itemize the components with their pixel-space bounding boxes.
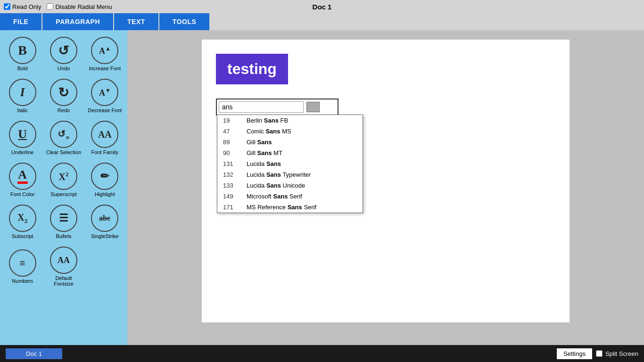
font-family-icon: AA	[91, 121, 118, 148]
split-screen-text: Split Screen	[605, 350, 638, 357]
tool-decrease-font-label: Decrease Font	[88, 107, 122, 113]
bottom-bar: Doc 1 Settings Split Screen	[0, 345, 644, 362]
tab-text[interactable]: TEXT	[114, 13, 158, 30]
italic-icon: I	[9, 79, 36, 106]
subscript-icon: X2	[9, 205, 36, 232]
tool-redo[interactable]: ↻ Redo	[45, 77, 82, 115]
tab-bar: FILE PARAGRAPH TEXT TOOLS	[0, 13, 644, 30]
font-search-container: 19 Berlin Sans FB 47 Comic Sans MS 89 Gi…	[216, 99, 339, 115]
decrease-font-icon: A▼	[91, 79, 118, 106]
tab-file[interactable]: FILE	[0, 13, 41, 30]
document-page: testing 19 Berlin Sans FB 47 Comic San	[202, 40, 570, 322]
tool-bullets[interactable]: ☰ Bullets	[45, 203, 82, 241]
undo-icon: ↺	[50, 37, 77, 64]
tool-font-family-label: Font Family	[91, 149, 118, 155]
tool-italic[interactable]: I Italic	[4, 77, 41, 115]
tool-undo[interactable]: ↺ Undo	[45, 35, 82, 73]
tool-numbers-label: Numbers	[12, 278, 33, 284]
font-row-149[interactable]: 149 Microsoft Sans Serif	[217, 191, 363, 202]
tool-increase-font[interactable]: A▲ Increase Font	[86, 35, 124, 73]
font-search-input[interactable]	[219, 101, 304, 113]
font-row-47[interactable]: 47 Comic Sans MS	[217, 126, 363, 137]
bottom-right: Settings Split Screen	[557, 348, 638, 359]
tool-underline[interactable]: U Underline	[4, 119, 41, 157]
tool-default-fontsize-label: Default Fontsize	[46, 275, 81, 287]
redo-icon: ↻	[50, 79, 77, 106]
font-dropdown: 19 Berlin Sans FB 47 Comic Sans MS 89 Gi…	[217, 115, 363, 213]
tool-decrease-font[interactable]: A▼ Decrease Font	[86, 77, 124, 115]
font-row-131[interactable]: 131 Lucida Sans	[217, 158, 363, 169]
font-row-90[interactable]: 90 Gill Sans MT	[217, 148, 363, 158]
readonly-label: Read Only	[12, 3, 41, 10]
tab-tools[interactable]: TOOLS	[159, 13, 209, 30]
tool-highlight[interactable]: ✏ Highlight	[86, 161, 124, 199]
numbers-icon: ≡	[9, 249, 36, 277]
tool-highlight-label: Highlight	[95, 191, 115, 197]
main-area: B Bold ↺ Undo A▲ Increase Font I Italic	[0, 30, 644, 345]
single-strike-icon: abc	[91, 205, 118, 232]
settings-button[interactable]: Settings	[557, 348, 592, 359]
tool-subscript-label: Subscript	[12, 233, 33, 239]
font-color-icon: A	[9, 163, 36, 190]
highlight-icon: ✏	[91, 163, 118, 190]
highlighted-text: testing	[216, 54, 288, 84]
bullets-icon: ☰	[50, 205, 77, 232]
superscript-icon: X2	[50, 163, 77, 190]
split-screen-checkbox[interactable]	[596, 350, 603, 357]
bold-icon: B	[9, 37, 36, 64]
top-bar: Read Only Disable Radial Menu Doc 1	[0, 0, 644, 13]
tool-bullets-label: Bullets	[56, 233, 71, 239]
tool-single-strike-label: SingleStrike	[91, 233, 119, 239]
font-row-133[interactable]: 133 Lucida Sans Unicode	[217, 180, 363, 191]
tool-font-color-label: Font Color	[10, 191, 34, 197]
tool-italic-label: Italic	[17, 107, 28, 113]
tool-bold-label: Bold	[17, 66, 28, 71]
tool-bold[interactable]: B Bold	[4, 35, 41, 73]
font-row-171[interactable]: 171 MS Reference Sans Serif	[217, 202, 363, 213]
readonly-checkbox[interactable]	[4, 3, 10, 10]
tool-clear-selection[interactable]: ↺✕ Clear Selection	[45, 119, 82, 157]
clear-selection-icon: ↺✕	[50, 121, 77, 148]
tool-superscript[interactable]: X2 Superscript	[45, 161, 82, 199]
color-swatch	[306, 102, 320, 112]
tool-underline-label: Underline	[11, 149, 33, 155]
tool-numbers[interactable]: ≡ Numbers	[4, 245, 41, 288]
default-fontsize-icon: AA	[50, 247, 77, 274]
tool-superscript-label: Superscript	[50, 191, 77, 197]
tool-undo-label: Undo	[58, 66, 70, 71]
document-area: testing 19 Berlin Sans FB 47 Comic San	[127, 30, 644, 345]
split-screen-label[interactable]: Split Screen	[596, 350, 638, 357]
document-title: Doc 1	[313, 3, 332, 11]
tool-font-family[interactable]: AA Font Family	[86, 119, 124, 157]
underline-icon: U	[9, 121, 36, 148]
tool-redo-label: Redo	[58, 107, 70, 113]
disable-radial-checkbox-label[interactable]: Disable Radial Menu	[47, 3, 112, 10]
tab-paragraph[interactable]: PARAGRAPH	[42, 13, 113, 30]
tool-single-strike[interactable]: abc SingleStrike	[86, 203, 124, 241]
tool-default-fontsize[interactable]: AA Default Fontsize	[45, 245, 82, 288]
doc-tab[interactable]: Doc 1	[6, 348, 62, 359]
font-row-19[interactable]: 19 Berlin Sans FB	[217, 115, 363, 126]
tool-font-color[interactable]: A Font Color	[4, 161, 41, 199]
disable-radial-label: Disable Radial Menu	[55, 3, 112, 10]
highlighted-text-block: testing	[216, 54, 555, 94]
tool-subscript[interactable]: X2 Subscript	[4, 203, 41, 241]
font-row-132[interactable]: 132 Lucida Sans Typewriter	[217, 169, 363, 180]
tool-clear-selection-label: Clear Selection	[46, 149, 82, 155]
disable-radial-checkbox[interactable]	[47, 3, 53, 10]
tool-increase-font-label: Increase Font	[89, 66, 121, 71]
font-search-row	[217, 99, 338, 115]
sidebar: B Bold ↺ Undo A▲ Increase Font I Italic	[0, 30, 127, 345]
readonly-checkbox-label[interactable]: Read Only	[4, 3, 41, 10]
font-row-89[interactable]: 89 Gill Sans	[217, 137, 363, 148]
increase-font-icon: A▲	[91, 37, 118, 64]
